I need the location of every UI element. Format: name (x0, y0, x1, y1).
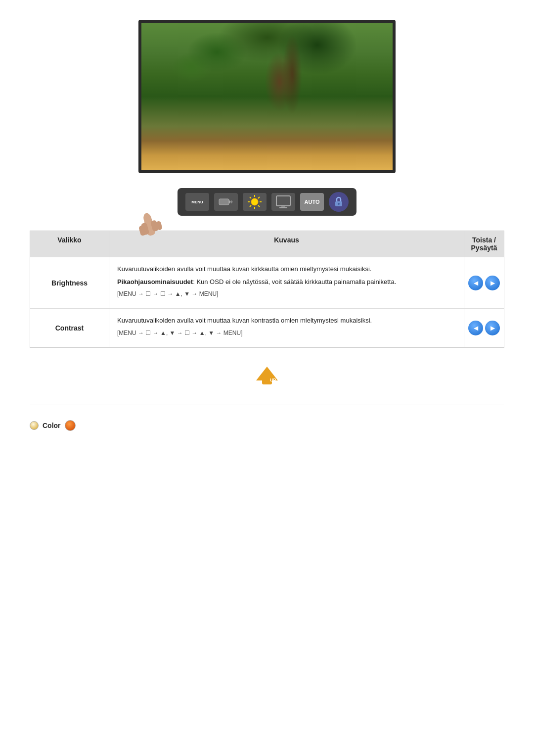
lock-button[interactable] (329, 192, 349, 212)
up-label: UP (262, 377, 284, 382)
monitor-icon (275, 195, 291, 209)
monitor-button[interactable] (271, 193, 295, 211)
menu-cell-contrast: Contrast (30, 309, 109, 347)
contrast-prev-button[interactable]: ◀ (468, 321, 483, 335)
menu-cell-brightness: Brightness (30, 257, 109, 308)
desc-cell-contrast: Kuvaruutuvalikoiden avulla voit muuttaa … (109, 309, 464, 347)
feature-table: Valikko Kuvaus Toista / Pysäytä Brightne… (30, 231, 504, 348)
section-divider (30, 405, 504, 405)
brightness-button[interactable] (214, 193, 238, 211)
svg-line-9 (258, 205, 260, 207)
sun-button[interactable] (243, 193, 267, 211)
brightness-icon (218, 196, 234, 208)
svg-rect-13 (278, 197, 288, 204)
contrast-desc-main: Kuvaruutuvalikoiden avulla voit muuttaa … (117, 316, 456, 326)
table-row-brightness: Brightness Kuvaruutuvalikoiden avulla vo… (30, 257, 504, 308)
page-wrapper: MENU (0, 0, 534, 456)
color-next-icon[interactable] (65, 420, 76, 431)
sun-icon (247, 194, 263, 210)
brightness-desc-quick: Pikaohjausominaisuudet: Kun OSD ei ole n… (117, 277, 456, 287)
menu-button[interactable]: MENU (185, 193, 209, 211)
monitor-screen (141, 23, 393, 170)
control-bar-section: MENU (30, 188, 504, 216)
auto-label: AUTO (305, 199, 320, 205)
table-row-contrast: Contrast Kuvaruutuvalikoiden avulla voit… (30, 308, 504, 347)
svg-point-17 (338, 203, 340, 205)
desc-cell-brightness: Kuvaruutuvalikoiden avulla voit muuttaa … (109, 257, 464, 308)
svg-marker-1 (229, 200, 231, 204)
brightness-desc-main: Kuvaruutuvalikoiden avulla voit muuttaa … (117, 264, 456, 274)
control-bar: MENU (178, 188, 356, 216)
col-header-action: Toista / Pysäytä (464, 231, 504, 257)
svg-rect-0 (219, 199, 229, 205)
up-navigation-section[interactable]: UP (30, 363, 504, 390)
up-nav-icon[interactable]: UP (252, 363, 282, 390)
color-section: Color (30, 415, 504, 436)
brightness-prev-button[interactable]: ◀ (468, 276, 483, 290)
brightness-next-button[interactable]: ▶ (485, 276, 500, 290)
contrast-nav-code: [MENU → ☐ → ▲, ▼ → ☐ → ▲, ▼ → MENU] (117, 329, 456, 337)
brightness-nav-code: [MENU → ☐ → ☐ → ▲, ▼ → MENU] (117, 289, 456, 298)
monitor-scene (141, 23, 393, 170)
up-arrow-base: UP (262, 377, 272, 384)
monitor-frame (138, 20, 396, 173)
col-header-menu: Valikko (30, 231, 109, 257)
action-cell-contrast: ◀ ▶ (464, 309, 504, 347)
action-cell-brightness: ◀ ▶ (464, 257, 504, 308)
menu-btn-label: MENU (191, 200, 203, 204)
auto-button[interactable]: AUTO (300, 193, 324, 211)
svg-line-10 (258, 197, 260, 198)
color-prev-icon[interactable] (30, 421, 39, 430)
svg-line-11 (250, 205, 251, 207)
svg-marker-2 (231, 200, 233, 204)
svg-line-8 (250, 197, 251, 198)
lock-icon (333, 196, 345, 208)
svg-point-3 (251, 198, 258, 205)
table-header: Valikko Kuvaus Toista / Pysäytä (30, 231, 504, 257)
contrast-next-button[interactable]: ▶ (485, 321, 500, 335)
monitor-section (30, 20, 504, 173)
color-label: Color (43, 422, 61, 429)
